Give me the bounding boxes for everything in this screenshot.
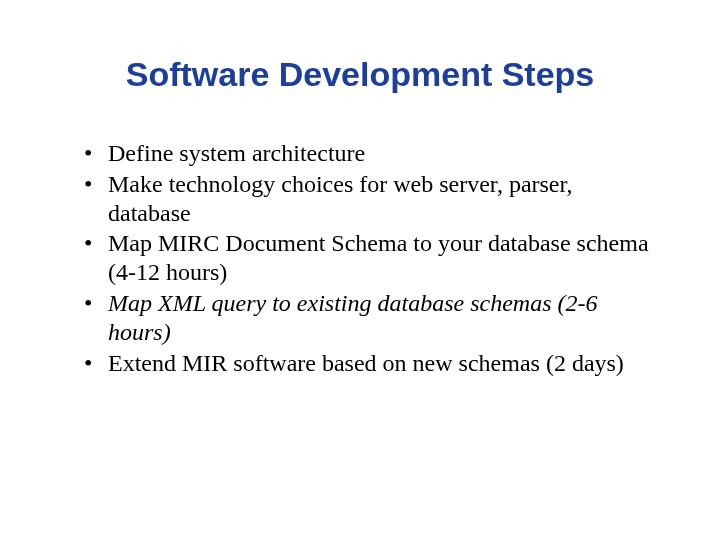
bullet-list: Define system architecture Make technolo… <box>50 139 670 377</box>
list-item: Map MIRC Document Schema to your databas… <box>80 229 660 287</box>
bullet-text: Define system architecture <box>108 140 365 166</box>
list-item: Make technology choices for web server, … <box>80 170 660 228</box>
list-item: Map XML query to existing database schem… <box>80 289 660 347</box>
list-item: Extend MIR software based on new schemas… <box>80 349 660 378</box>
bullet-text: Make technology choices for web server, … <box>108 171 573 226</box>
bullet-text: Extend MIR software based on new schemas… <box>108 350 624 376</box>
bullet-text: Map XML query to existing database schem… <box>108 290 597 345</box>
list-item: Define system architecture <box>80 139 660 168</box>
slide: Software Development Steps Define system… <box>0 0 720 540</box>
slide-title: Software Development Steps <box>50 55 670 94</box>
bullet-text: Map MIRC Document Schema to your databas… <box>108 230 649 285</box>
